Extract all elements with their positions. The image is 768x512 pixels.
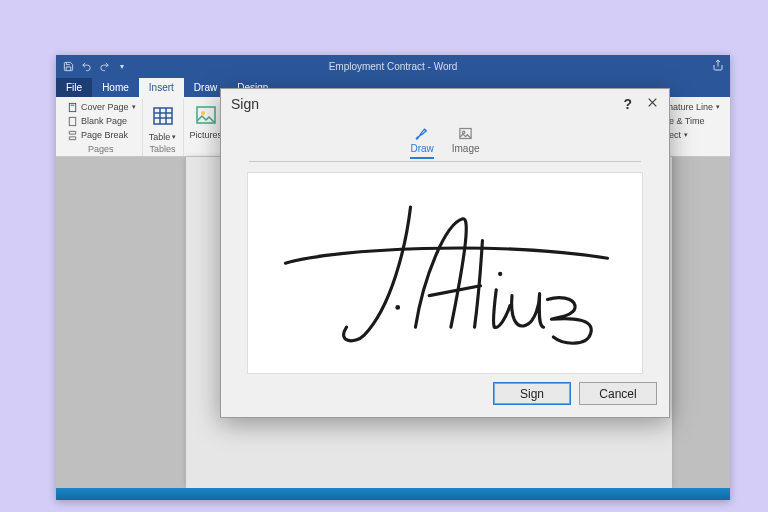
page-break-button[interactable]: Page Break — [66, 129, 136, 141]
ribbon-group-tables: Table▾ Tables — [143, 99, 184, 156]
svg-rect-3 — [69, 117, 75, 125]
dialog-tabs: Draw Image — [221, 119, 669, 159]
dialog-tab-image-label: Image — [452, 143, 480, 154]
pictures-label: Pictures — [190, 130, 223, 140]
cover-page-icon — [66, 101, 78, 113]
cancel-button-label: Cancel — [599, 387, 636, 401]
signature-drawing — [248, 173, 642, 373]
table-button[interactable] — [149, 101, 177, 129]
blank-page-label: Blank Page — [81, 116, 127, 126]
page-break-icon — [66, 129, 78, 141]
tab-insert[interactable]: Insert — [139, 78, 184, 97]
sign-dialog: Sign ? Draw Image — [220, 88, 670, 418]
dialog-tab-image[interactable]: Image — [452, 125, 480, 159]
svg-point-24 — [463, 131, 466, 134]
pictures-icon[interactable] — [192, 101, 220, 129]
tab-file[interactable]: File — [56, 78, 92, 97]
cover-page-label: Cover Page — [81, 102, 129, 112]
svg-point-10 — [201, 111, 205, 115]
table-label: Table — [149, 132, 171, 142]
dialog-titlebar: Sign ? — [221, 89, 669, 119]
sign-button[interactable]: Sign — [493, 382, 571, 405]
titlebar-controls — [712, 59, 724, 73]
close-icon[interactable] — [646, 96, 659, 112]
svg-point-25 — [395, 305, 400, 310]
share-icon[interactable] — [712, 59, 724, 73]
image-icon — [458, 125, 474, 141]
page-break-label: Page Break — [81, 130, 128, 140]
dialog-title: Sign — [231, 96, 259, 112]
document-title: Employment Contract - Word — [56, 61, 730, 72]
tab-home[interactable]: Home — [92, 78, 139, 97]
blank-page-button[interactable]: Blank Page — [66, 115, 136, 127]
tables-group-label: Tables — [150, 144, 176, 154]
blank-page-icon — [66, 115, 78, 127]
pen-icon — [414, 125, 430, 141]
cover-page-button[interactable]: Cover Page▾ — [66, 101, 136, 113]
titlebar: ▾ Employment Contract - Word — [56, 55, 730, 77]
svg-point-26 — [498, 272, 502, 276]
dialog-tab-draw-label: Draw — [410, 143, 433, 154]
taskbar — [56, 488, 730, 500]
cancel-button[interactable]: Cancel — [579, 382, 657, 405]
sign-button-label: Sign — [520, 387, 544, 401]
ribbon-group-pages: Cover Page▾ Blank Page Page Break — [60, 99, 143, 156]
dialog-buttons: Sign Cancel — [221, 382, 669, 417]
dialog-divider — [249, 161, 641, 162]
signature-canvas[interactable] — [247, 172, 643, 374]
svg-rect-4 — [154, 108, 172, 124]
pages-group-label: Pages — [88, 144, 114, 154]
help-icon[interactable]: ? — [623, 96, 632, 112]
dialog-tab-draw[interactable]: Draw — [410, 125, 433, 159]
svg-rect-1 — [69, 103, 75, 111]
